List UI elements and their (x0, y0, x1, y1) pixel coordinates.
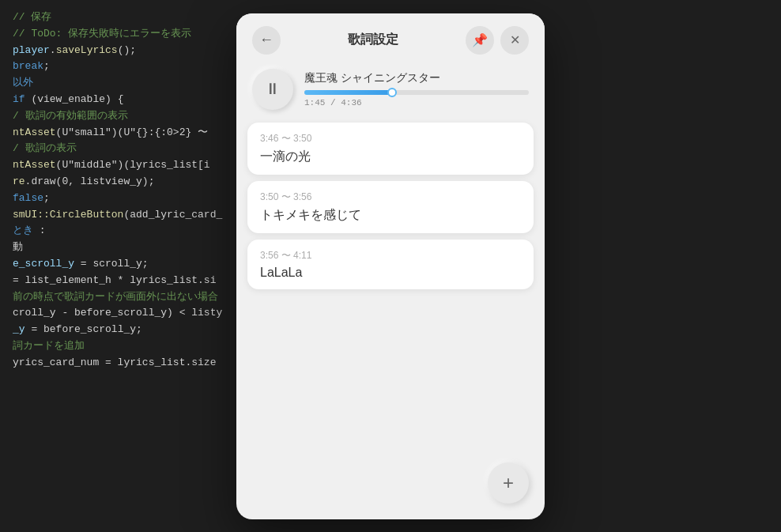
progress-thumb (387, 88, 397, 97)
lyric-card[interactable]: 3:56 〜 4:11LaLaLa (247, 240, 534, 289)
lyric-card-text: LaLaLa (260, 266, 521, 280)
modal-header: ← 歌詞設定 📌 ✕ (236, 13, 545, 62)
pin-button[interactable]: 📌 (466, 26, 494, 55)
modal-overlay: ← 歌詞設定 📌 ✕ ⏸ 魔王魂 シャイニングスター (0, 0, 781, 532)
pause-button[interactable]: ⏸ (252, 69, 293, 110)
time-current: 1:45 (304, 98, 325, 108)
progress-bar[interactable] (304, 90, 529, 95)
player-time: 1:45 / 4:36 (304, 98, 529, 108)
pause-icon: ⏸ (265, 80, 281, 98)
song-title: 魔王魂 シャイニングスター (304, 71, 529, 85)
add-icon: + (503, 472, 514, 494)
header-buttons: 📌 ✕ (466, 26, 529, 55)
back-icon: ← (259, 32, 274, 48)
add-button-container: + (236, 459, 545, 519)
time-total: 4:36 (341, 98, 361, 108)
lyric-card-text: 一滴の光 (260, 149, 521, 165)
pin-icon: 📌 (472, 32, 488, 47)
lyrics-list[interactable]: 3:46 〜 3:50一滴の光3:50 〜 3:56トキメキを感じて3:56 〜… (236, 119, 545, 459)
add-lyric-button[interactable]: + (488, 462, 529, 504)
lyrics-settings-modal: ← 歌詞設定 📌 ✕ ⏸ 魔王魂 シャイニングスター (236, 13, 545, 519)
lyric-card-time: 3:46 〜 3:50 (260, 132, 521, 145)
lyric-card-time: 3:50 〜 3:56 (260, 191, 521, 204)
player-section: ⏸ 魔王魂 シャイニングスター 1:45 / 4:36 (236, 62, 545, 119)
lyric-card-text: トキメキを感じて (260, 207, 521, 224)
modal-title: 歌詞設定 (348, 32, 398, 48)
progress-fill (304, 90, 392, 95)
lyric-card[interactable]: 3:46 〜 3:50一滴の光 (247, 123, 534, 175)
lyric-card[interactable]: 3:50 〜 3:56トキメキを感じて (247, 181, 534, 233)
close-button[interactable]: ✕ (500, 26, 529, 55)
lyric-card-time: 3:56 〜 4:11 (260, 249, 521, 262)
back-button[interactable]: ← (252, 26, 281, 55)
player-info: 魔王魂 シャイニングスター 1:45 / 4:36 (304, 71, 529, 108)
time-separator: / (330, 98, 341, 108)
close-icon: ✕ (510, 32, 520, 47)
